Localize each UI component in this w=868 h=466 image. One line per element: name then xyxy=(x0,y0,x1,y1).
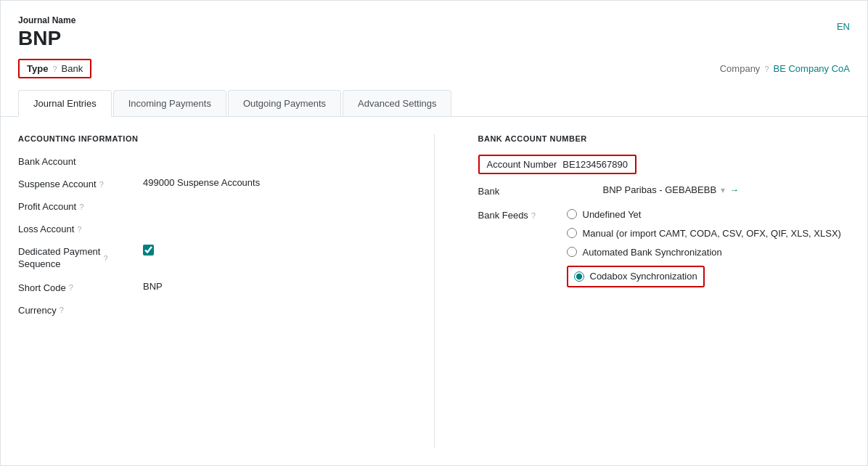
field-label-short-code: Short Code ? xyxy=(18,281,134,293)
radio-manual-import-label: Manual (or import CAMT, CODA, CSV, OFX, … xyxy=(583,227,841,240)
radio-codabox[interactable] xyxy=(574,271,584,282)
field-currency: Currency ? xyxy=(18,303,390,316)
loss-account-help-icon[interactable]: ? xyxy=(77,225,81,234)
journal-name-value: BNP xyxy=(18,27,75,50)
profit-account-label-text: Profit Account xyxy=(18,201,76,212)
header-section: Journal Name BNP EN Type ? Bank Company … xyxy=(1,1,867,117)
field-short-code: Short Code ? BNP xyxy=(18,281,390,293)
radio-undefined-yet[interactable] xyxy=(567,209,577,219)
field-label-suspense-account: Suspense Account ? xyxy=(18,177,134,189)
company-label: Company xyxy=(720,63,761,74)
tab-journal-entries[interactable]: Journal Entries xyxy=(18,90,112,117)
radio-automated-sync[interactable] xyxy=(567,247,577,257)
radio-option-undefined: Undefined Yet xyxy=(567,208,841,221)
short-code-label-text: Short Code xyxy=(18,282,66,293)
codabox-box: Codabox Synchronization xyxy=(567,266,705,287)
tabs-row: Journal Entries Incoming Payments Outgoi… xyxy=(18,90,850,116)
field-label-profit-account: Profit Account ? xyxy=(18,200,134,212)
field-bank: Bank BNP Paribas - GEBABEBB ▾ → xyxy=(478,184,851,197)
field-label-bank-account: Bank Account xyxy=(18,155,134,167)
field-dedicated-payment-sequence: Dedicated PaymentSequence ? xyxy=(18,245,390,271)
dedicated-payment-checkbox[interactable] xyxy=(143,245,154,256)
page-wrapper: Journal Name BNP EN Type ? Bank Company … xyxy=(0,0,868,466)
radio-automated-sync-label: Automated Bank Synchronization xyxy=(583,246,722,259)
bank-feeds-label-text: Bank Feeds xyxy=(478,210,528,221)
currency-label-text: Currency xyxy=(18,305,57,316)
short-code-value[interactable]: BNP xyxy=(143,281,163,292)
bank-account-label-text: Bank Account xyxy=(18,156,76,167)
bank-label-text: Bank xyxy=(478,186,500,197)
type-label: Type xyxy=(27,63,48,74)
radio-option-automated: Automated Bank Synchronization xyxy=(567,246,841,259)
field-label-bank: Bank xyxy=(478,184,594,197)
right-section-title: BANK ACCOUNT NUMBER xyxy=(478,134,851,143)
suspense-account-help-icon[interactable]: ? xyxy=(99,180,104,189)
dedicated-payment-label-text: Dedicated PaymentSequence xyxy=(18,246,100,271)
journal-name-area: Journal Name BNP xyxy=(18,15,75,59)
bank-feeds-help-icon[interactable]: ? xyxy=(531,211,536,220)
right-section: BANK ACCOUNT NUMBER Account Number BE123… xyxy=(478,134,851,448)
left-section-title: ACCOUNTING INFORMATION xyxy=(18,134,390,143)
account-number-label: Account Number xyxy=(487,159,557,170)
type-help-icon[interactable]: ? xyxy=(52,65,57,73)
bank-value-text: BNP Paribas - GEBABEBB xyxy=(603,184,717,195)
bank-dropdown-arrow[interactable]: ▾ xyxy=(721,185,725,195)
profit-account-help-icon[interactable]: ? xyxy=(79,203,83,211)
bank-feeds-label: Bank Feeds ? xyxy=(478,207,558,221)
field-profit-account: Profit Account ? xyxy=(18,200,390,212)
account-number-box: Account Number BE1234567890 xyxy=(478,155,636,174)
radio-codabox-label: Codabox Synchronization xyxy=(590,270,697,283)
account-number-value[interactable]: BE1234567890 xyxy=(562,159,628,170)
currency-help-icon[interactable]: ? xyxy=(60,306,64,314)
type-box: Type ? Bank xyxy=(18,59,91,78)
type-company-row: Type ? Bank Company ? BE Company CoA xyxy=(18,59,850,78)
field-label-currency: Currency ? xyxy=(18,303,134,316)
bank-value-row: BNP Paribas - GEBABEBB ▾ → xyxy=(603,184,740,195)
dedicated-payment-help-icon[interactable]: ? xyxy=(103,253,107,263)
tab-incoming-payments[interactable]: Incoming Payments xyxy=(113,90,226,116)
tab-outgoing-payments[interactable]: Outgoing Payments xyxy=(228,90,341,116)
company-row: Company ? BE Company CoA xyxy=(720,63,850,74)
tab-advanced-settings[interactable]: Advanced Settings xyxy=(343,90,451,116)
radio-option-codabox: Codabox Synchronization xyxy=(567,266,841,287)
company-help-icon[interactable]: ? xyxy=(764,65,769,73)
radio-option-manual: Manual (or import CAMT, CODA, CSV, OFX, … xyxy=(567,227,841,240)
field-bank-feeds: Bank Feeds ? Undefined Yet Manual (or im… xyxy=(478,207,851,287)
vertical-divider xyxy=(434,134,435,448)
company-value[interactable]: BE Company CoA xyxy=(774,63,851,74)
radio-manual-import[interactable] xyxy=(567,228,577,238)
field-suspense-account: Suspense Account ? 499000 Suspense Accou… xyxy=(18,177,390,189)
field-loss-account: Loss Account ? xyxy=(18,222,390,234)
bank-feeds-radio-group: Undefined Yet Manual (or import CAMT, CO… xyxy=(567,208,841,287)
type-value[interactable]: Bank xyxy=(62,63,83,74)
field-label-dedicated-payment: Dedicated PaymentSequence ? xyxy=(18,245,134,271)
lang-badge[interactable]: EN xyxy=(837,21,850,32)
field-label-loss-account: Loss Account ? xyxy=(18,222,134,234)
loss-account-label-text: Loss Account xyxy=(18,224,74,234)
main-content: ACCOUNTING INFORMATION Bank Account Susp… xyxy=(1,117,867,465)
field-bank-account: Bank Account xyxy=(18,155,390,167)
journal-name-label: Journal Name xyxy=(18,15,75,25)
suspense-account-label-text: Suspense Account xyxy=(18,179,97,189)
suspense-account-value[interactable]: 499000 Suspense Accounts xyxy=(143,177,260,188)
radio-undefined-yet-label: Undefined Yet xyxy=(583,208,642,221)
dedicated-payment-checkbox-wrapper xyxy=(143,245,154,258)
bank-external-link-icon[interactable]: → xyxy=(729,184,739,195)
field-account-number: Account Number BE1234567890 xyxy=(478,155,851,174)
short-code-help-icon[interactable]: ? xyxy=(69,283,73,292)
left-section: ACCOUNTING INFORMATION Bank Account Susp… xyxy=(18,134,390,448)
